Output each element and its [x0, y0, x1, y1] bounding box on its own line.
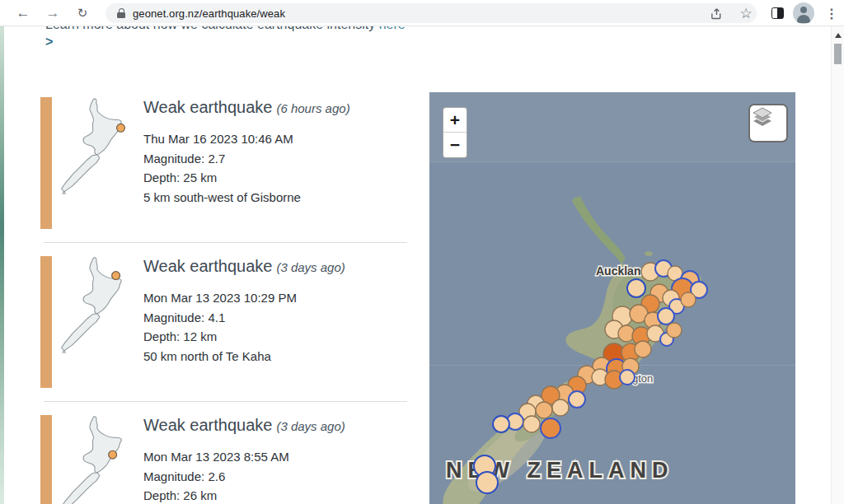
scroll-up-arrow[interactable]: [835, 33, 842, 38]
weak-intensity-bar: [40, 415, 52, 504]
card-datetime: Mon Mar 13 2023 10:29 PM: [143, 288, 345, 308]
address-bar[interactable]: geonet.org.nz/earthquake/weak: [106, 3, 757, 23]
nz-thumbnail-map: [59, 415, 133, 504]
earthquake-marker[interactable]: [620, 370, 635, 385]
nz-thumbnail-map: [59, 97, 133, 229]
card-time-ago: (6 hours ago): [276, 101, 349, 115]
earthquake-list: Weak earthquake(6 hours ago) Thu Mar 16 …: [40, 97, 408, 504]
zoom-out-button[interactable]: −: [443, 133, 467, 157]
card-info: Weak earthquake(6 hours ago) Thu Mar 16 …: [143, 97, 350, 229]
card-info: Weak earthquake(3 days ago) Mon Mar 13 2…: [143, 256, 345, 388]
card-title: Weak earthquake: [143, 416, 272, 434]
earthquake-marker[interactable]: [569, 391, 585, 408]
earthquake-card[interactable]: Weak earthquake(6 hours ago) Thu Mar 16 …: [40, 97, 408, 229]
card-time-ago: (3 days ago): [276, 419, 345, 433]
card-divider: [44, 401, 407, 402]
earthquake-marker[interactable]: [627, 279, 645, 297]
card-magnitude: Magnitude: 2.7: [143, 149, 350, 169]
card-title: Weak earthquake: [143, 98, 272, 116]
card-datetime: Thu Mar 16 2023 10:46 AM: [143, 129, 350, 149]
profile-avatar[interactable]: [793, 2, 814, 24]
browser-menu-icon[interactable]: ⋮: [821, 2, 842, 24]
earthquake-map[interactable]: Auckland gton NEW ZEALAND + −: [429, 92, 795, 504]
earthquake-marker[interactable]: [541, 418, 560, 438]
side-panel-icon[interactable]: [767, 2, 788, 24]
zoom-in-button[interactable]: +: [443, 108, 467, 133]
card-time-ago: (3 days ago): [276, 260, 345, 274]
epicentre-dot: [112, 272, 120, 280]
bookmark-star-icon[interactable]: ☆: [735, 2, 757, 24]
card-datetime: Mon Mar 13 2023 8:55 AM: [143, 447, 345, 467]
epicentre-dot: [109, 450, 117, 459]
earthquake-card[interactable]: Weak earthquake(3 days ago) Mon Mar 13 2…: [40, 256, 408, 388]
label-auckland: Auckland: [596, 264, 648, 278]
earthquake-marker[interactable]: [667, 323, 682, 338]
card-divider: [44, 242, 407, 243]
tile-seam: [429, 161, 795, 162]
nz-thumbnail-map: [59, 256, 133, 388]
card-location: 5 km south-west of Gisborne: [143, 188, 350, 208]
earthquake-marker[interactable]: [493, 416, 509, 432]
reload-icon[interactable]: ↻: [71, 2, 94, 25]
browser-toolbar: ← → ↻ geonet.org.nz/earthquake/weak ☆ ⋮: [0, 0, 844, 26]
page-scrollbar[interactable]: [831, 26, 844, 504]
earthquake-marker[interactable]: [552, 399, 569, 416]
earthquake-marker[interactable]: [658, 308, 674, 324]
earthquake-card[interactable]: Weak earthquake(3 days ago) Mon Mar 13 2…: [40, 415, 408, 504]
map-layers-button[interactable]: [748, 104, 788, 142]
card-magnitude: Magnitude: 4.1: [143, 308, 345, 328]
weak-intensity-bar: [40, 97, 52, 229]
forward-icon[interactable]: →: [41, 2, 64, 25]
card-depth: Depth: 12 km: [143, 327, 345, 347]
card-location: 50 km north of Te Kaha: [143, 347, 345, 366]
page: Learn more about how we calculate earthq…: [0, 0, 844, 504]
share-icon[interactable]: [706, 2, 727, 24]
weak-intensity-bar: [40, 256, 52, 388]
earthquake-marker[interactable]: [635, 341, 651, 357]
card-depth: Depth: 25 km: [143, 168, 350, 188]
scrollbar-thumb[interactable]: [834, 44, 842, 64]
islet: [645, 251, 653, 256]
earthquake-marker[interactable]: [536, 402, 552, 418]
map-zoom-control: + −: [443, 107, 467, 158]
card-depth: Depth: 26 km: [143, 486, 345, 504]
card-info: Weak earthquake(3 days ago) Mon Mar 13 2…: [143, 415, 345, 504]
layers-icon: [750, 105, 775, 128]
url-text[interactable]: geonet.org.nz/earthquake/weak: [133, 7, 285, 20]
epicentre-dot: [117, 124, 125, 132]
earthquake-marker[interactable]: [476, 472, 498, 493]
card-magnitude: Magnitude: 2.6: [143, 467, 345, 487]
card-title: Weak earthquake: [143, 257, 272, 275]
banner-chevron[interactable]: >: [45, 33, 433, 50]
lock-icon: [117, 8, 125, 18]
earthquake-marker[interactable]: [681, 292, 696, 307]
back-icon[interactable]: ←: [12, 2, 35, 25]
earthquake-marker[interactable]: [523, 416, 540, 432]
left-edge-strip: [0, 26, 4, 504]
